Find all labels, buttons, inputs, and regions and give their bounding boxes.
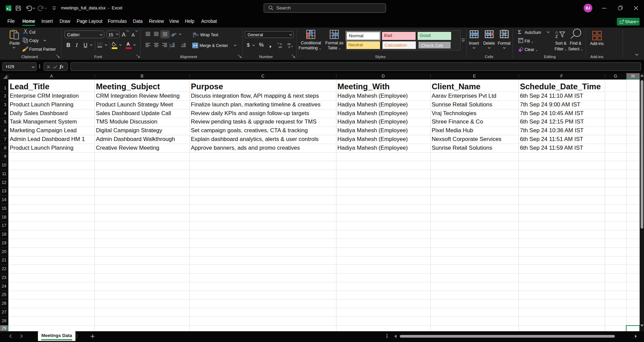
svg-text:x: x — [6, 6, 9, 10]
svg-text:0: 0 — [288, 46, 290, 49]
svg-text:.00: .00 — [278, 46, 282, 49]
svg-text:c: c — [193, 35, 195, 38]
svg-text:ab: ab — [171, 32, 176, 37]
svg-text:Z: Z — [555, 34, 558, 38]
